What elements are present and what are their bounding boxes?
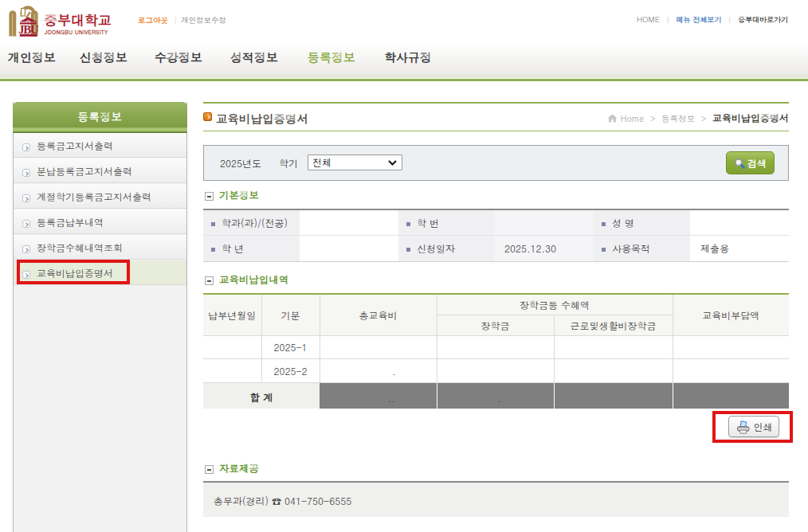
svg-text:JBU: JBU bbox=[18, 23, 39, 36]
